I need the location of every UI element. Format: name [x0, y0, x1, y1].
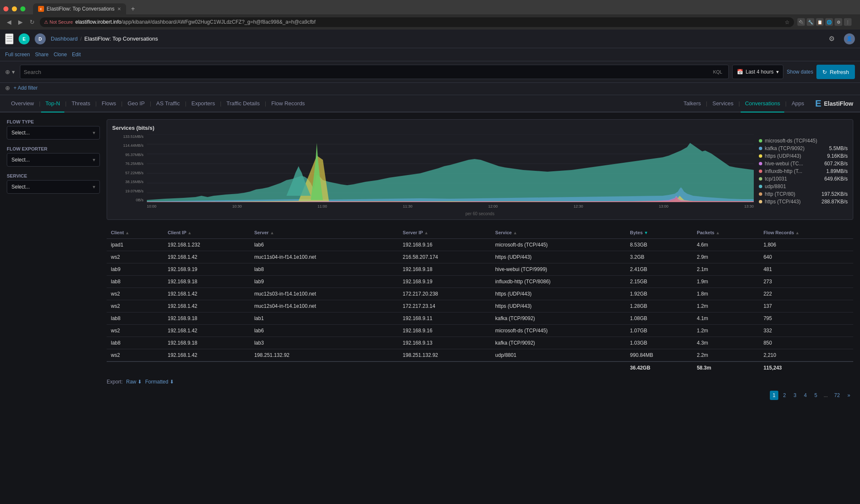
- time-picker[interactable]: 📅 Last 4 hours ▾: [732, 65, 783, 79]
- page-next-button[interactable]: »: [844, 391, 853, 400]
- table-cell: 1.2m: [692, 325, 759, 337]
- active-tab[interactable]: E ElastiFlow: Top Conversations ✕: [33, 3, 126, 14]
- flow-exporter-select[interactable]: Select... ▾: [7, 153, 100, 167]
- settings-button[interactable]: ⚙: [826, 32, 837, 45]
- search-box[interactable]: KQL: [20, 65, 729, 79]
- legend-item-7: http (TCP/80) 197.52KB/s: [759, 191, 848, 197]
- table-cell[interactable]: 192.168.9.18: [163, 312, 250, 325]
- extension-icons: 🔌 🔧 📋 🌐 ⚙ ⋮: [797, 18, 855, 26]
- col-client-ip[interactable]: Client IP ▲: [163, 227, 250, 239]
- tab-overview[interactable]: Overview: [7, 95, 38, 112]
- close-button[interactable]: [3, 6, 8, 11]
- page-1-button[interactable]: 1: [770, 391, 779, 400]
- table-cell[interactable]: 192.168.1.42: [163, 325, 250, 337]
- tab-as-traffic[interactable]: AS Traffic: [152, 95, 184, 112]
- page-2-button[interactable]: 2: [780, 391, 789, 400]
- page-72-button[interactable]: 72: [831, 391, 843, 400]
- refresh-button[interactable]: ↻ Refresh: [816, 65, 855, 79]
- back-button[interactable]: ◀: [5, 17, 13, 27]
- share-button[interactable]: Share: [35, 50, 49, 59]
- tab-exporters[interactable]: Exporters: [187, 95, 219, 112]
- kql-badge[interactable]: KQL: [711, 69, 725, 74]
- ext-icon-5[interactable]: ⚙: [835, 18, 842, 26]
- table-cell[interactable]: 192.168.9.16: [399, 239, 491, 251]
- col-service[interactable]: Service ▲: [491, 227, 626, 239]
- table-cell: lab6: [250, 239, 399, 251]
- tab-traffic-details[interactable]: Traffic Details: [222, 95, 264, 112]
- tab-threats[interactable]: Threats: [67, 95, 94, 112]
- reload-button[interactable]: ↻: [28, 17, 36, 27]
- table-cell[interactable]: 192.168.1.42: [163, 300, 250, 312]
- ext-icon-1[interactable]: 🔌: [797, 18, 805, 26]
- filter-toggle-icon[interactable]: ▾: [12, 68, 15, 75]
- hamburger-menu[interactable]: ☰: [5, 33, 14, 44]
- service-select[interactable]: Select... ▾: [7, 180, 100, 194]
- table-cell[interactable]: 192.168.1.42: [163, 349, 250, 362]
- table-cell: microsoft-ds (TCP/445): [491, 325, 626, 337]
- bookmark-icon[interactable]: ☆: [785, 19, 790, 25]
- ext-icon-4[interactable]: 🌐: [825, 18, 833, 26]
- table-cell[interactable]: 192.168.9.18: [163, 276, 250, 288]
- table-cell: 1.9m: [692, 276, 759, 288]
- tab-close-icon[interactable]: ✕: [117, 6, 121, 12]
- table-cell[interactable]: 198.251.132.92: [399, 349, 491, 362]
- tab-services[interactable]: Services: [708, 95, 738, 112]
- user-avatar[interactable]: 👤: [844, 33, 855, 44]
- table-cell[interactable]: 192.168.1.232: [163, 239, 250, 251]
- url-bar[interactable]: ⚠ Not Secure elastiflow.irobert.info/app…: [40, 17, 794, 27]
- table-cell[interactable]: 192.168.9.19: [163, 263, 250, 276]
- filter-icon[interactable]: ⊕: [5, 85, 10, 91]
- export-raw-button[interactable]: Raw ⬇: [126, 379, 142, 385]
- col-flow-records[interactable]: Flow Records ▲: [759, 227, 853, 239]
- table-cell[interactable]: 192.168.9.18: [399, 263, 491, 276]
- table-cell[interactable]: 216.58.207.174: [399, 251, 491, 263]
- col-bytes[interactable]: Bytes ▼: [626, 227, 693, 239]
- tab-talkers[interactable]: Talkers: [679, 95, 705, 112]
- table-cell: influxdb-http (TCP/8086): [491, 276, 626, 288]
- legend-value-7: 197.52KB/s: [821, 191, 848, 197]
- forward-button[interactable]: ▶: [17, 17, 25, 27]
- tab-flows[interactable]: Flows: [97, 95, 120, 112]
- filter-options-icon[interactable]: ⊕: [5, 68, 10, 75]
- tab-apps[interactable]: Apps: [787, 95, 808, 112]
- table-cell[interactable]: 172.217.23.14: [399, 300, 491, 312]
- table-cell: 1.28GB: [626, 300, 693, 312]
- table-cell[interactable]: 192.168.9.11: [399, 312, 491, 325]
- col-server[interactable]: Server ▲: [250, 227, 399, 239]
- table-cell[interactable]: 192.168.1.42: [163, 251, 250, 263]
- legend-value-8: 288.87KB/s: [821, 199, 848, 205]
- full-screen-button[interactable]: Full screen: [5, 50, 30, 59]
- breadcrumb-parent[interactable]: Dashboard: [51, 36, 78, 42]
- search-input[interactable]: [24, 69, 711, 75]
- x-label-4: 12:00: [488, 204, 498, 208]
- col-packets[interactable]: Packets ▲: [692, 227, 759, 239]
- page-4-button[interactable]: 4: [801, 391, 810, 400]
- table-cell[interactable]: 192.168.9.13: [399, 337, 491, 349]
- maximize-button[interactable]: [20, 6, 25, 11]
- ext-icon-2[interactable]: 🔧: [807, 18, 814, 26]
- minimize-button[interactable]: [12, 6, 17, 11]
- new-tab-button[interactable]: +: [128, 3, 138, 14]
- table-cell[interactable]: 192.168.9.19: [399, 276, 491, 288]
- edit-button[interactable]: Edit: [72, 50, 81, 59]
- table-cell[interactable]: 192.168.1.42: [163, 288, 250, 300]
- tab-geo-ip[interactable]: Geo IP: [123, 95, 149, 112]
- clone-button[interactable]: Clone: [54, 50, 67, 59]
- ext-icon-6[interactable]: ⋮: [844, 18, 852, 26]
- page-5-button[interactable]: 5: [811, 391, 820, 400]
- show-dates-button[interactable]: Show dates: [787, 69, 813, 75]
- tab-flow-records[interactable]: Flow Records: [267, 95, 309, 112]
- ext-icon-3[interactable]: 📋: [816, 18, 824, 26]
- export-formatted-button[interactable]: Formatted ⬇: [145, 379, 174, 385]
- page-3-button[interactable]: 3: [791, 391, 799, 400]
- table-cell[interactable]: 172.217.20.238: [399, 288, 491, 300]
- col-client[interactable]: Client ▲: [107, 227, 163, 239]
- tab-title: ElastiFlow: Top Conversations: [47, 6, 115, 12]
- col-server-ip[interactable]: Server IP ▲: [399, 227, 491, 239]
- tab-conversations[interactable]: Conversations: [741, 95, 784, 112]
- flow-type-select[interactable]: Select... ▾: [7, 126, 100, 140]
- table-cell[interactable]: 192.168.9.16: [399, 325, 491, 337]
- tab-top-n[interactable]: Top-N: [41, 95, 64, 112]
- table-cell[interactable]: 192.168.9.18: [163, 337, 250, 349]
- add-filter-button[interactable]: + Add filter: [14, 85, 38, 91]
